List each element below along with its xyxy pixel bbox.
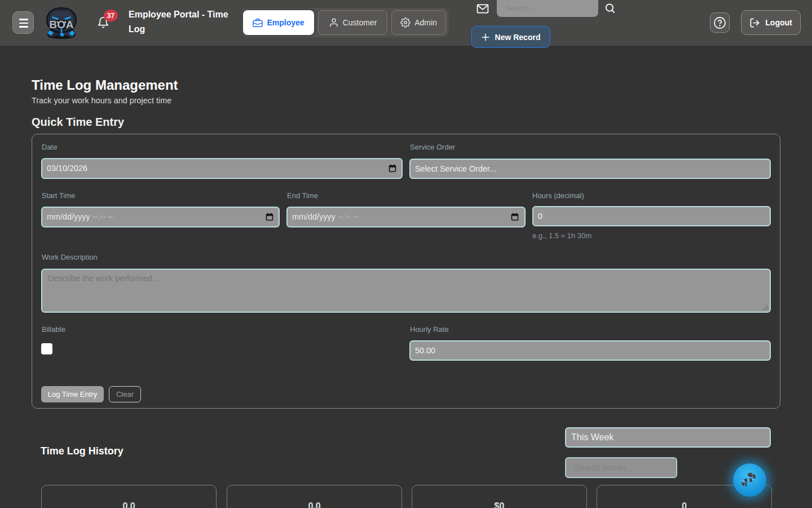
svg-text:BOA: BOA xyxy=(49,19,74,30)
